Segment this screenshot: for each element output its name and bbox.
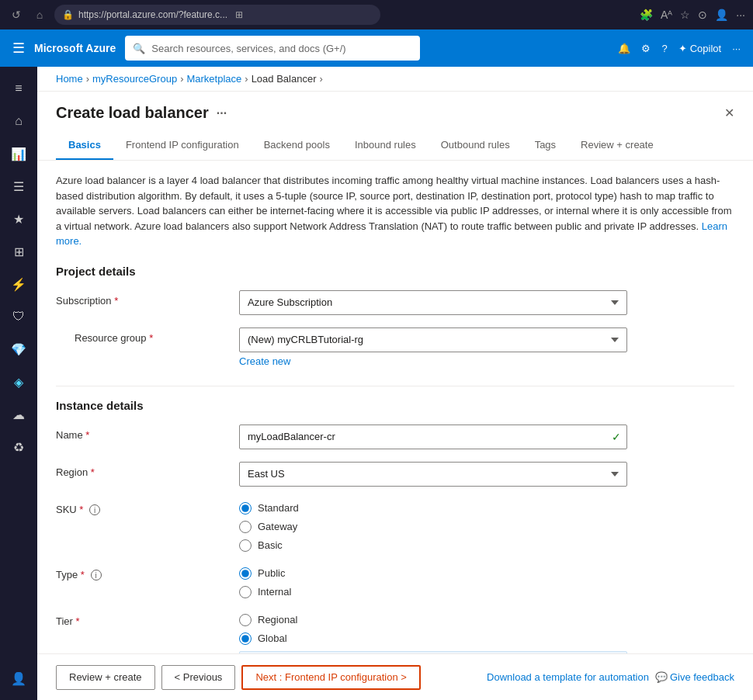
- sku-basic[interactable]: Basic: [239, 539, 627, 552]
- account-icon[interactable]: 👤: [715, 9, 728, 21]
- tier-global[interactable]: Global: [239, 632, 627, 645]
- browser-refresh[interactable]: ↺: [8, 9, 25, 21]
- resource-group-control: (New) myCRLBTutorial-rg Create new: [239, 327, 627, 367]
- copilot-icon: ✦: [678, 43, 687, 54]
- resource-group-select[interactable]: (New) myCRLBTutorial-rg: [239, 327, 627, 352]
- azure-topbar: ☰ Microsoft Azure 🔍 Search resources, se…: [0, 29, 753, 67]
- tier-regional[interactable]: Regional: [239, 614, 627, 626]
- instance-details-title: Instance details: [56, 399, 734, 412]
- feedback-icon: 💬: [655, 671, 668, 683]
- sku-standard[interactable]: Standard: [239, 502, 627, 515]
- review-create-button[interactable]: Review + create: [56, 665, 155, 690]
- section-divider: [56, 386, 734, 386]
- sidebar-item-favorites[interactable]: ★: [3, 203, 34, 234]
- sidebar-item-home[interactable]: ⌂: [3, 106, 34, 137]
- profile-icon[interactable]: Aᴬ: [661, 9, 672, 21]
- sku-gateway[interactable]: Gateway: [239, 521, 627, 533]
- browser-home[interactable]: ⌂: [31, 9, 48, 21]
- sidebar-item-user[interactable]: 👤: [3, 663, 34, 694]
- sidebar-item-notifications[interactable]: ⚡: [3, 269, 34, 300]
- more-icon[interactable]: ···: [732, 43, 741, 54]
- project-details-section: Project details Subscription * Azure Sub…: [56, 265, 734, 367]
- resource-group-label: Resource group *: [56, 327, 227, 344]
- sidebar-item-recent[interactable]: ⊞: [3, 236, 34, 267]
- breadcrumb-home[interactable]: Home: [56, 73, 83, 85]
- tab-tags[interactable]: Tags: [522, 131, 568, 160]
- main-layout: ≡ ⌂ 📊 ☰ ★ ⊞ ⚡ 🛡 💎 ◈ ☁ ♻ 👤 Home › myResou…: [0, 67, 753, 700]
- breadcrumb-marketplace[interactable]: Marketplace: [186, 73, 241, 85]
- name-label: Name *: [56, 425, 227, 441]
- sku-info-icon[interactable]: i: [89, 504, 100, 515]
- more-options-icon[interactable]: ···: [736, 9, 745, 21]
- type-internal[interactable]: Internal: [239, 586, 627, 598]
- create-new-link[interactable]: Create new: [239, 355, 290, 367]
- bookmark-icon[interactable]: ☆: [680, 9, 690, 21]
- azure-brand: Microsoft Azure: [34, 42, 116, 54]
- tab-review-create[interactable]: Review + create: [568, 131, 666, 160]
- breadcrumb-resource-group[interactable]: myResourceGroup: [92, 73, 177, 85]
- subscription-select[interactable]: Azure Subscription: [239, 290, 627, 315]
- sidebar-item-menu[interactable]: ≡: [3, 73, 34, 104]
- region-row: Region * East US: [56, 462, 734, 487]
- help-icon[interactable]: ?: [661, 43, 667, 54]
- browser-chrome: ↺ ⌂ 🔒 https://portal.azure.com/?feature.…: [0, 0, 753, 29]
- panel-more-icon[interactable]: ···: [217, 106, 227, 120]
- form-content: Azure load balancer is a layer 4 load ba…: [37, 161, 753, 700]
- sidebar-item-marketplace[interactable]: 💎: [3, 334, 34, 365]
- tier-label: Tier *: [56, 611, 227, 627]
- info-text: Azure load balancer is a layer 4 load ba…: [56, 173, 734, 249]
- region-control: East US: [239, 462, 627, 487]
- bookmark-mgr-icon[interactable]: ⊙: [698, 9, 707, 21]
- bottom-bar: Review + create < Previous Next : Fronte…: [37, 653, 753, 700]
- sidebar: ≡ ⌂ 📊 ☰ ★ ⊞ ⚡ 🛡 💎 ◈ ☁ ♻ 👤: [0, 67, 37, 700]
- sidebar-item-all-services[interactable]: ☰: [3, 171, 34, 202]
- settings-icon[interactable]: ⚙: [641, 43, 651, 54]
- subscription-label: Subscription *: [56, 290, 227, 307]
- browser-icons: 🧩 Aᴬ ☆ ⊙ 👤 ···: [640, 9, 745, 21]
- tab-basics[interactable]: Basics: [56, 131, 113, 160]
- copilot-button[interactable]: ✦ Copilot: [678, 43, 721, 54]
- panel-header: Create load balancer ··· ✕: [37, 92, 753, 122]
- panel-title-wrap: Create load balancer ···: [56, 104, 227, 122]
- copilot-label: Copilot: [690, 43, 721, 54]
- sidebar-item-resources[interactable]: ♻: [3, 431, 34, 463]
- close-button[interactable]: ✕: [724, 106, 734, 120]
- notification-icon[interactable]: 🔔: [618, 43, 630, 54]
- search-bar[interactable]: 🔍 Search resources, services, and docs (…: [125, 36, 420, 61]
- tab-backend-pools[interactable]: Backend pools: [252, 131, 342, 160]
- type-public[interactable]: Public: [239, 567, 627, 580]
- give-feedback-link[interactable]: 💬 Give feedback: [655, 671, 734, 683]
- subscription-row: Subscription * Azure Subscription: [56, 290, 734, 315]
- name-input-wrap: ✓: [239, 425, 627, 449]
- type-radio-group: Public Internal: [239, 564, 627, 598]
- subscription-control: Azure Subscription: [239, 290, 627, 315]
- type-row: Type * i Public: [56, 564, 734, 598]
- previous-button[interactable]: < Previous: [161, 665, 236, 690]
- topbar-right: 🔔 ⚙ ? ✦ Copilot ···: [618, 43, 741, 54]
- breadcrumb-sep1: ›: [86, 73, 89, 85]
- expand-sidebar-icon[interactable]: ☰: [12, 40, 25, 57]
- extensions-icon[interactable]: 🧩: [640, 9, 653, 21]
- download-template-link[interactable]: Download a template for automation: [487, 671, 649, 683]
- sidebar-item-cloud[interactable]: ☁: [3, 399, 34, 430]
- name-input[interactable]: [239, 425, 627, 449]
- tab-frontend-ip[interactable]: Frontend IP configuration: [113, 131, 252, 160]
- sidebar-item-function[interactable]: ◈: [3, 366, 34, 397]
- sku-radio-group: Standard Gateway Basic: [239, 499, 627, 552]
- resource-group-row: Resource group * (New) myCRLBTutorial-rg…: [56, 327, 734, 367]
- tab-inbound-rules[interactable]: Inbound rules: [342, 131, 429, 160]
- address-bar[interactable]: 🔒 https://portal.azure.com/?feature.c...…: [54, 5, 380, 25]
- url-text: https://portal.azure.com/?feature.c...: [78, 9, 227, 20]
- sidebar-item-dashboard[interactable]: 📊: [3, 138, 34, 169]
- search-icon: 🔍: [133, 43, 145, 54]
- breadcrumb-arrow: ›: [319, 73, 322, 85]
- sidebar-item-security[interactable]: 🛡: [3, 301, 34, 332]
- region-select[interactable]: East US: [239, 462, 627, 487]
- breadcrumb-current: Load Balancer: [252, 73, 317, 85]
- tabs: Basics Frontend IP configuration Backend…: [37, 131, 753, 161]
- sku-control: Standard Gateway Basic: [239, 499, 627, 552]
- type-info-icon[interactable]: i: [91, 570, 102, 580]
- region-label: Region *: [56, 462, 227, 478]
- next-button[interactable]: Next : Frontend IP configuration >: [241, 665, 421, 690]
- tab-outbound-rules[interactable]: Outbound rules: [429, 131, 522, 160]
